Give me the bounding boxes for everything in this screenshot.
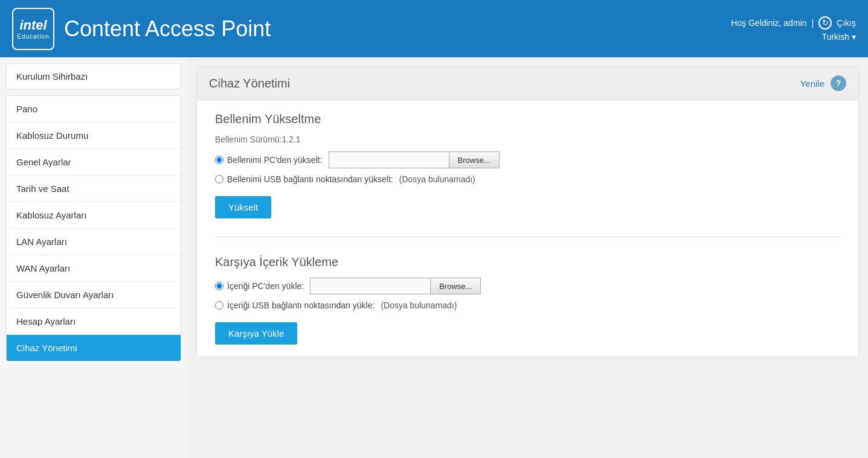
app-title: Content Access Point [64,16,271,42]
content-pc-label: İçeriği PC'den yükle: [215,281,304,291]
firmware-file-input-wrapper: Browse... [329,151,500,168]
content-usb-label: İçeriği USB bağlantı noktasından yükle: [215,301,375,310]
content-usb-radio[interactable] [215,301,223,310]
panel-body: Bellenim Yükseltme Bellenim Sürümü:1.2.1… [197,100,858,357]
logo-sub: Education [17,33,49,40]
content-panel: Cihaz Yönetimi Yenile ? Bellenim Yükselt… [196,66,859,357]
firmware-pc-label-text: Bellenimi PC'den yükselt: [227,155,323,165]
firmware-usb-label-text: Bellenimi USB bağlantı noktasından yükse… [227,174,393,184]
firmware-usb-label: Bellenimi USB bağlantı noktasından yükse… [215,174,393,184]
panel-title: Cihaz Yönetimi [209,77,290,91]
separator: | [811,18,814,28]
content-pc-radio[interactable] [215,282,223,290]
firmware-section: Bellenim Yükseltme Bellenim Sürümü:1.2.1… [215,112,840,237]
panel-actions: Yenile ? [800,75,846,91]
content-usb-no-file: (Dosya bulunamadı) [381,301,457,310]
content-file-input-wrapper: Browse... [310,278,481,294]
sidebar-item-hesap-ayarlari[interactable]: Hesap Ayarları [7,308,181,335]
sidebar: Kurulum Sihirbazı Pano Kablosuz Durumu G… [0,57,187,458]
firmware-version: Bellenim Sürümü:1.2.1 [215,135,840,144]
sidebar-menu: Pano Kablosuz Durumu Genel Ayarlar Tarih… [6,95,181,361]
sidebar-item-tarih-saat[interactable]: Tarih ve Saat [7,176,181,202]
panel-header: Cihaz Yönetimi Yenile ? [197,67,858,100]
sidebar-item-kablosuz-durumu[interactable]: Kablosuz Durumu [7,122,181,149]
intel-logo: intel Education [12,8,54,50]
firmware-pc-radio[interactable] [215,156,223,164]
sidebar-item-genel-ayarlar[interactable]: Genel Ayarlar [7,149,181,176]
content-upload-button[interactable]: Karşıya Yükle [215,322,297,345]
header: intel Education Content Access Point Hoş… [0,0,868,57]
sidebar-item-lan-ayarlari[interactable]: LAN Ayarları [7,229,181,255]
firmware-browse-button[interactable]: Browse... [449,151,500,168]
firmware-usb-radio[interactable] [215,175,223,183]
layout: Kurulum Sihirbazı Pano Kablosuz Durumu G… [0,57,868,458]
content-pc-row: İçeriği PC'den yükle: Browse... [215,278,840,294]
content-upload-title: Karşıya İçerik Yükleme [215,255,840,269]
welcome-text: Hoş Geldiniz, admin [731,18,806,28]
language-label: Turkish [822,32,849,42]
help-button[interactable]: ? [831,75,846,91]
refresh-icon[interactable]: ↻ [818,16,832,30]
sidebar-item-guvenlik[interactable]: Güvenlik Duvarı Ayarları [7,282,181,308]
sidebar-item-cihaz-yonetimi[interactable]: Cihaz Yönetimi [7,335,181,361]
content-usb-row: İçeriği USB bağlantı noktasından yükle: … [215,301,840,310]
content-browse-button[interactable]: Browse... [431,278,481,294]
main-content: Cihaz Yönetimi Yenile ? Bellenim Yükselt… [187,57,868,458]
header-right: Hoş Geldiniz, admin | ↻ Çıkış Turkish ▾ [731,16,856,42]
logo-text: intel [19,17,47,33]
chevron-down-icon: ▾ [852,32,856,42]
firmware-usb-row: Bellenimi USB bağlantı noktasından yükse… [215,174,840,184]
firmware-title: Bellenim Yükseltme [215,112,840,126]
firmware-upgrade-button[interactable]: Yükselt [215,196,271,218]
firmware-pc-label: Bellenimi PC'den yükselt: [215,155,323,165]
firmware-file-input[interactable] [329,151,449,168]
header-left: intel Education Content Access Point [12,8,271,50]
sidebar-item-pano[interactable]: Pano [7,96,181,122]
content-upload-section: Karşıya İçerik Yükleme İçeriği PC'den yü… [215,255,840,345]
logout-link[interactable]: Çıkış [837,18,856,28]
panel-refresh-button[interactable]: Yenile [800,78,825,89]
sidebar-item-setup[interactable]: Kurulum Sihirbazı [6,63,181,89]
content-file-input[interactable] [310,278,431,294]
firmware-pc-row: Bellenimi PC'den yükselt: Browse... [215,151,840,168]
language-selector[interactable]: Turkish ▾ [822,32,856,42]
sidebar-item-kablosuz-ayarlari[interactable]: Kablosuz Ayarları [7,202,181,229]
content-pc-label-text: İçeriği PC'den yükle: [227,281,304,291]
sidebar-item-wan-ayarlari[interactable]: WAN Ayarları [7,255,181,282]
content-usb-label-text: İçeriği USB bağlantı noktasından yükle: [227,301,375,310]
header-top-row: Hoş Geldiniz, admin | ↻ Çıkış [731,16,856,30]
firmware-usb-no-file: (Dosya bulunamadı) [399,174,475,184]
